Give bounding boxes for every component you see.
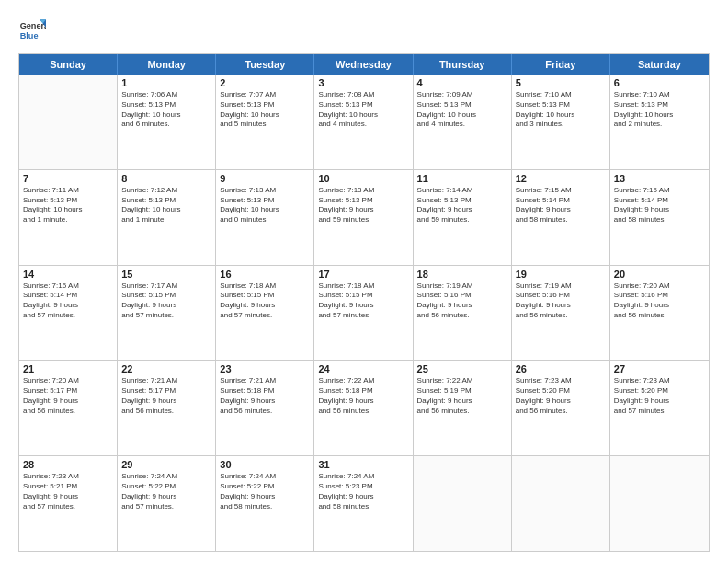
calendar-cell-25: 25Sunrise: 7:22 AM Sunset: 5:19 PM Dayli… — [414, 361, 512, 455]
header-day-saturday: Saturday — [610, 54, 709, 75]
cell-info: Sunrise: 7:18 AM Sunset: 5:15 PM Dayligh… — [220, 282, 310, 321]
calendar: SundayMondayTuesdayWednesdayThursdayFrid… — [18, 53, 710, 552]
cell-info: Sunrise: 7:16 AM Sunset: 5:14 PM Dayligh… — [23, 282, 113, 321]
day-number: 17 — [318, 269, 408, 280]
calendar-cell-empty — [512, 456, 610, 551]
calendar-cell-30: 30Sunrise: 7:24 AM Sunset: 5:22 PM Dayli… — [216, 456, 314, 551]
day-number: 8 — [121, 173, 211, 184]
cell-info: Sunrise: 7:15 AM Sunset: 5:14 PM Dayligh… — [516, 186, 606, 225]
calendar-row-5: 28Sunrise: 7:23 AM Sunset: 5:21 PM Dayli… — [19, 456, 709, 551]
cell-info: Sunrise: 7:18 AM Sunset: 5:15 PM Dayligh… — [318, 282, 408, 321]
calendar-row-2: 7Sunrise: 7:11 AM Sunset: 5:13 PM Daylig… — [19, 170, 709, 266]
day-number: 24 — [318, 363, 408, 374]
day-number: 4 — [417, 77, 507, 88]
day-number: 30 — [220, 459, 310, 470]
day-number: 31 — [318, 459, 408, 470]
calendar-row-1: 1Sunrise: 7:06 AM Sunset: 5:13 PM Daylig… — [19, 75, 709, 170]
calendar-cell-19: 19Sunrise: 7:19 AM Sunset: 5:16 PM Dayli… — [512, 266, 610, 361]
cell-info: Sunrise: 7:20 AM Sunset: 5:17 PM Dayligh… — [23, 376, 113, 416]
day-number: 22 — [121, 363, 211, 374]
calendar-cell-20: 20Sunrise: 7:20 AM Sunset: 5:16 PM Dayli… — [610, 266, 709, 361]
calendar-cell-12: 12Sunrise: 7:15 AM Sunset: 5:14 PM Dayli… — [512, 170, 610, 265]
calendar-cell-empty — [610, 456, 709, 551]
cell-info: Sunrise: 7:10 AM Sunset: 5:13 PM Dayligh… — [516, 90, 606, 130]
day-number: 10 — [318, 173, 408, 184]
day-number: 7 — [23, 173, 113, 184]
day-number: 3 — [318, 77, 408, 88]
calendar-cell-28: 28Sunrise: 7:23 AM Sunset: 5:21 PM Dayli… — [19, 456, 118, 551]
calendar-cell-18: 18Sunrise: 7:19 AM Sunset: 5:16 PM Dayli… — [414, 266, 512, 361]
calendar-cell-9: 9Sunrise: 7:13 AM Sunset: 5:13 PM Daylig… — [216, 170, 314, 265]
calendar-cell-8: 8Sunrise: 7:12 AM Sunset: 5:13 PM Daylig… — [118, 170, 216, 265]
svg-text:Blue: Blue — [20, 31, 39, 40]
header-day-friday: Friday — [512, 54, 610, 75]
day-number: 9 — [220, 173, 310, 184]
cell-info: Sunrise: 7:13 AM Sunset: 5:13 PM Dayligh… — [220, 186, 310, 225]
header-day-sunday: Sunday — [19, 54, 118, 75]
cell-info: Sunrise: 7:24 AM Sunset: 5:23 PM Dayligh… — [318, 472, 408, 511]
day-number: 26 — [516, 363, 606, 374]
cell-info: Sunrise: 7:06 AM Sunset: 5:13 PM Dayligh… — [121, 90, 211, 130]
day-number: 6 — [614, 77, 705, 88]
svg-text:General: General — [20, 21, 46, 30]
day-number: 19 — [516, 269, 606, 280]
calendar-cell-4: 4Sunrise: 7:09 AM Sunset: 5:13 PM Daylig… — [414, 75, 512, 169]
calendar-cell-27: 27Sunrise: 7:23 AM Sunset: 5:20 PM Dayli… — [610, 361, 709, 455]
header-day-wednesday: Wednesday — [314, 54, 413, 75]
day-number: 20 — [614, 269, 705, 280]
cell-info: Sunrise: 7:07 AM Sunset: 5:13 PM Dayligh… — [220, 90, 310, 130]
cell-info: Sunrise: 7:24 AM Sunset: 5:22 PM Dayligh… — [220, 472, 310, 511]
cell-info: Sunrise: 7:24 AM Sunset: 5:22 PM Dayligh… — [121, 472, 211, 511]
calendar-cell-5: 5Sunrise: 7:10 AM Sunset: 5:13 PM Daylig… — [512, 75, 610, 169]
calendar-cell-2: 2Sunrise: 7:07 AM Sunset: 5:13 PM Daylig… — [216, 75, 314, 169]
day-number: 28 — [23, 459, 113, 470]
cell-info: Sunrise: 7:22 AM Sunset: 5:18 PM Dayligh… — [318, 376, 408, 416]
cell-info: Sunrise: 7:19 AM Sunset: 5:16 PM Dayligh… — [417, 282, 507, 321]
calendar-cell-26: 26Sunrise: 7:23 AM Sunset: 5:20 PM Dayli… — [512, 361, 610, 455]
calendar-cell-10: 10Sunrise: 7:13 AM Sunset: 5:13 PM Dayli… — [314, 170, 413, 265]
header-day-thursday: Thursday — [414, 54, 512, 75]
day-number: 29 — [121, 459, 211, 470]
cell-info: Sunrise: 7:16 AM Sunset: 5:14 PM Dayligh… — [614, 186, 705, 225]
day-number: 1 — [121, 77, 211, 88]
calendar-cell-22: 22Sunrise: 7:21 AM Sunset: 5:17 PM Dayli… — [118, 361, 216, 455]
cell-info: Sunrise: 7:20 AM Sunset: 5:16 PM Dayligh… — [614, 282, 705, 321]
calendar-cell-31: 31Sunrise: 7:24 AM Sunset: 5:23 PM Dayli… — [314, 456, 413, 551]
calendar-cell-24: 24Sunrise: 7:22 AM Sunset: 5:18 PM Dayli… — [314, 361, 413, 455]
cell-info: Sunrise: 7:11 AM Sunset: 5:13 PM Dayligh… — [23, 186, 113, 225]
calendar-cell-14: 14Sunrise: 7:16 AM Sunset: 5:14 PM Dayli… — [19, 266, 118, 361]
day-number: 13 — [614, 173, 705, 184]
calendar-cell-1: 1Sunrise: 7:06 AM Sunset: 5:13 PM Daylig… — [118, 75, 216, 169]
calendar-cell-3: 3Sunrise: 7:08 AM Sunset: 5:13 PM Daylig… — [314, 75, 413, 169]
calendar-cell-15: 15Sunrise: 7:17 AM Sunset: 5:15 PM Dayli… — [118, 266, 216, 361]
day-number: 2 — [220, 77, 310, 88]
cell-info: Sunrise: 7:17 AM Sunset: 5:15 PM Dayligh… — [121, 282, 211, 321]
calendar-cell-21: 21Sunrise: 7:20 AM Sunset: 5:17 PM Dayli… — [19, 361, 118, 455]
calendar-cell-empty — [414, 456, 512, 551]
calendar-row-3: 14Sunrise: 7:16 AM Sunset: 5:14 PM Dayli… — [19, 266, 709, 362]
cell-info: Sunrise: 7:09 AM Sunset: 5:13 PM Dayligh… — [417, 90, 507, 130]
logo-icon: General Blue — [18, 17, 46, 44]
day-number: 18 — [417, 269, 507, 280]
calendar-cell-6: 6Sunrise: 7:10 AM Sunset: 5:13 PM Daylig… — [610, 75, 709, 169]
cell-info: Sunrise: 7:19 AM Sunset: 5:16 PM Dayligh… — [516, 282, 606, 321]
logo: General Blue — [18, 17, 46, 44]
day-number: 23 — [220, 363, 310, 374]
day-number: 25 — [417, 363, 507, 374]
calendar-cell-23: 23Sunrise: 7:21 AM Sunset: 5:18 PM Dayli… — [216, 361, 314, 455]
calendar-header: SundayMondayTuesdayWednesdayThursdayFrid… — [19, 54, 709, 75]
cell-info: Sunrise: 7:08 AM Sunset: 5:13 PM Dayligh… — [318, 90, 408, 130]
calendar-cell-17: 17Sunrise: 7:18 AM Sunset: 5:15 PM Dayli… — [314, 266, 413, 361]
day-number: 15 — [121, 269, 211, 280]
calendar-cell-empty — [19, 75, 118, 169]
calendar-cell-11: 11Sunrise: 7:14 AM Sunset: 5:13 PM Dayli… — [414, 170, 512, 265]
cell-info: Sunrise: 7:12 AM Sunset: 5:13 PM Dayligh… — [121, 186, 211, 225]
cell-info: Sunrise: 7:13 AM Sunset: 5:13 PM Dayligh… — [318, 186, 408, 225]
day-number: 16 — [220, 269, 310, 280]
day-number: 5 — [516, 77, 606, 88]
calendar-cell-13: 13Sunrise: 7:16 AM Sunset: 5:14 PM Dayli… — [610, 170, 709, 265]
day-number: 27 — [614, 363, 705, 374]
calendar-row-4: 21Sunrise: 7:20 AM Sunset: 5:17 PM Dayli… — [19, 361, 709, 456]
cell-info: Sunrise: 7:23 AM Sunset: 5:20 PM Dayligh… — [614, 376, 705, 416]
day-number: 11 — [417, 173, 507, 184]
